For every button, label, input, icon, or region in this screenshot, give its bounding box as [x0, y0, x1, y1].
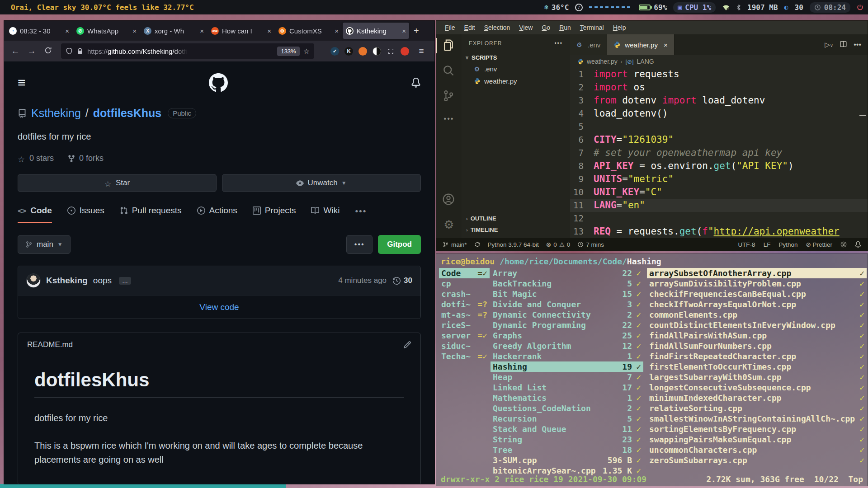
ranger-parent-item[interactable]: mt-as~=? — [439, 310, 490, 320]
ranger-dir-item[interactable]: Array22✓ — [491, 268, 643, 278]
screenshot-extension-icon[interactable] — [387, 47, 395, 56]
nav-overflow-icon[interactable]: ••• — [355, 206, 367, 223]
github-nav-burger-icon[interactable]: ≡ — [18, 78, 26, 87]
breadcrumb[interactable]: weather.py › [⊘] LANG — [570, 55, 868, 68]
commit-history[interactable]: 30 — [393, 276, 412, 285]
editor-tab-env[interactable]: ⚙.env — [570, 34, 607, 55]
tab-close-icon[interactable]: × — [664, 41, 668, 49]
tab-close-icon[interactable]: × — [335, 27, 339, 35]
ranger-parent-item[interactable]: riceS~ — [439, 320, 490, 330]
ranger-file-item[interactable]: uncommonCharacters.cpp✓ — [647, 445, 867, 455]
ranger-dir-item[interactable]: Divide and Conquer3✓ — [491, 299, 643, 310]
stars-stat[interactable]: ☆0 stars — [18, 154, 54, 163]
timeline-section[interactable]: ›TIMELINE — [462, 224, 570, 235]
run-button[interactable]: ▷∨ — [825, 41, 833, 49]
ranger-file-item[interactable]: arraySubsetOfAnotherArray.cpp✓ — [647, 268, 867, 278]
settings-gear-icon[interactable]: ⚙ — [442, 218, 456, 232]
account-icon[interactable] — [442, 193, 456, 206]
unwatch-button[interactable]: Unwatch▼ — [222, 174, 421, 192]
code-line[interactable]: 4load_dotenv() — [570, 107, 868, 120]
ranger-dir-item[interactable]: Dynamic Programming22✓ — [491, 320, 643, 330]
ranger-file-item[interactable]: commonElements.cpp✓ — [647, 310, 867, 320]
menu-edit[interactable]: Edit — [460, 24, 479, 31]
search-icon[interactable] — [442, 64, 456, 78]
ranger-dir-item[interactable]: Graphs25✓ — [491, 330, 643, 341]
ranger-file-item[interactable]: firstElementToOccurKTimes.cpp✓ — [647, 361, 867, 372]
code-line[interactable]: 6CITY="1261039" — [570, 133, 868, 146]
editor-more-icon[interactable]: ••• — [854, 41, 861, 49]
ranger-parent-item[interactable]: dotfi~=? — [439, 299, 490, 310]
explorer-file-weatherpy[interactable]: weather.py — [462, 75, 570, 87]
explorer-more-icon[interactable]: ••• — [554, 40, 563, 47]
formatter-status[interactable]: ⊘ Prettier — [806, 241, 832, 248]
code-line[interactable]: 10UNIT_KEY="C" — [570, 186, 868, 199]
folder-scripts[interactable]: ∨ SCRIPTS — [462, 52, 570, 63]
gitpod-button[interactable]: Gitpod — [378, 235, 421, 254]
bookmark-star-icon[interactable]: ☆ — [303, 47, 310, 56]
ranger-file-item[interactable]: findFirstRepeatedCharacter.cpp✓ — [647, 351, 867, 361]
problems-status[interactable]: ⊗ 0 ⚠ 0 — [546, 241, 570, 248]
menu-go[interactable]: Go — [538, 24, 554, 31]
back-icon[interactable]: ← — [9, 46, 22, 56]
readme-filename[interactable]: README.md — [27, 340, 73, 349]
repo-owner-link[interactable]: Kstheking — [31, 107, 81, 120]
browser-tab-xorg[interactable]: Xxorg - Wh× — [141, 23, 207, 39]
tab-close-icon[interactable]: × — [132, 27, 137, 35]
code-line[interactable]: 7# set your openweathermap api key — [570, 146, 868, 160]
ranger-parent-item[interactable]: crash~ — [439, 289, 490, 299]
tab-projects[interactable]: Projects — [253, 206, 296, 223]
code-line[interactable]: 12 — [570, 212, 868, 225]
code-menu-button[interactable]: ••• — [346, 235, 373, 254]
forks-stat[interactable]: 0 forks — [67, 154, 104, 163]
browser-tab-whatsapp[interactable]: ✆WhatsApp× — [73, 23, 140, 39]
ranger-parent-item[interactable]: server=✓ — [439, 330, 490, 341]
ranger-dir-item[interactable]: Hackerrank1✓ — [491, 351, 643, 361]
ranger-file-item[interactable]: swappingPairsMakeSumEqual.cpp✓ — [647, 434, 867, 445]
ranger-dir-item[interactable]: String23✓ — [491, 434, 643, 445]
browser-tab-askubuntu[interactable]: askHow can I× — [208, 23, 274, 39]
ranger-parent-item[interactable]: Techa~=✓ — [439, 351, 490, 361]
ranger-file-item[interactable]: smallestWinowInAStringContainingAllCh~.c… — [647, 413, 867, 424]
avatar[interactable] — [26, 273, 41, 288]
code-line[interactable]: 5 — [570, 120, 868, 133]
notifications-bell-icon[interactable] — [411, 78, 421, 88]
wifi-icon[interactable] — [722, 5, 730, 10]
edit-pencil-icon[interactable] — [403, 341, 411, 349]
ranger-file-item[interactable]: relativeSorting.cpp✓ — [647, 403, 867, 413]
ranger-file-item[interactable]: findAllPairsWithASum.cpp✓ — [647, 330, 867, 341]
more-views-icon[interactable]: ••• — [442, 115, 456, 128]
source-control-icon[interactable] — [442, 89, 456, 103]
explorer-icon[interactable] — [442, 39, 456, 52]
menu-run[interactable]: Run — [555, 24, 575, 31]
music-icon[interactable]: ♪ — [575, 4, 583, 11]
ranger-file-item[interactable]: minimumIndexedCharacter.cpp✓ — [647, 393, 867, 403]
tab-wiki[interactable]: Wiki — [311, 206, 340, 223]
code-line[interactable]: 1import requests — [570, 68, 868, 81]
tab-close-icon[interactable]: × — [402, 27, 406, 35]
ranger-parent-item[interactable]: siduc~ — [439, 341, 490, 351]
tab-close-icon[interactable]: × — [200, 27, 204, 35]
code-line[interactable]: 9UNITS="metric" — [570, 173, 868, 186]
github-logo-icon[interactable] — [209, 73, 228, 92]
editor-tab-weatherpy[interactable]: weather.py× — [607, 34, 674, 55]
ranger-file-item[interactable]: checkIfTwoArraysEqualOrNot.cpp✓ — [647, 299, 867, 310]
language-status[interactable]: Python — [778, 241, 797, 248]
ranger-file-item[interactable]: sortingElementsByFrequency.cpp✓ — [647, 424, 867, 434]
feedback-icon[interactable] — [840, 241, 847, 248]
ranger-dir-item[interactable]: Questions_CodeNation2✓ — [491, 403, 643, 413]
new-tab-button[interactable]: + — [414, 26, 419, 36]
ranger-parent-item[interactable]: Code=✓ — [439, 268, 490, 278]
commit-message[interactable]: oops — [93, 276, 112, 286]
tab-issues[interactable]: Issues — [67, 206, 104, 223]
menu-file[interactable]: File — [441, 24, 459, 31]
ranger-dir-item[interactable]: BackTracking5✓ — [491, 278, 643, 289]
reload-icon[interactable] — [41, 46, 55, 56]
ranger-file-item[interactable]: arraySumDivisibilityProblem.cpp✓ — [647, 278, 867, 289]
sync-icon[interactable] — [474, 241, 481, 248]
ranger-file-item[interactable]: zeroSumSubarrays.cpp✓ — [647, 455, 867, 465]
shield-icon[interactable] — [66, 47, 73, 55]
ranger-file-item[interactable]: countDistinctElementsInEveryWindow.cpp✓ — [647, 320, 867, 330]
star-button[interactable]: ☆Star — [18, 174, 217, 192]
bluetooth-icon[interactable] — [736, 4, 741, 11]
ranger-dir-item[interactable]: Heap7✓ — [491, 372, 643, 382]
